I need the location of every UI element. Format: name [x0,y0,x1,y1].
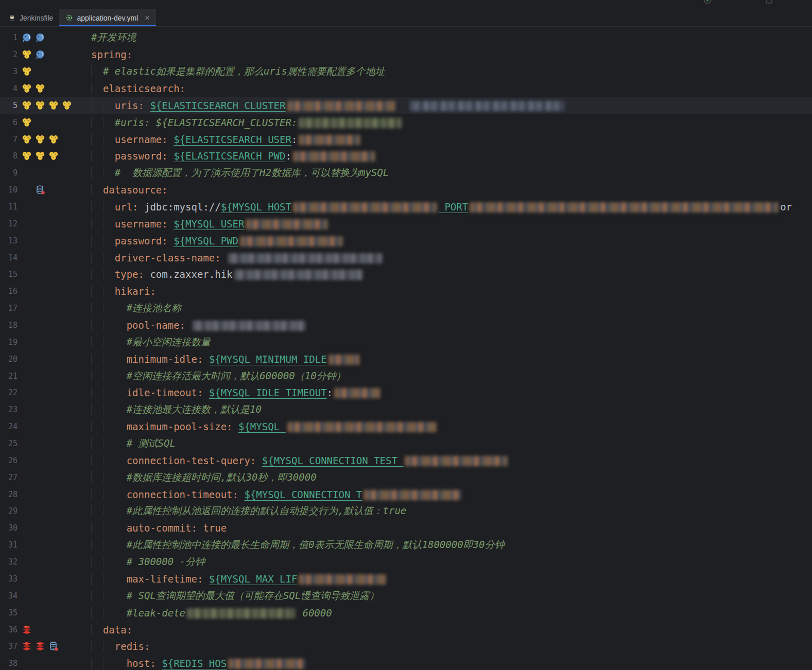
tab-application-dev-yml[interactable]: application-dev.yml× [59,9,156,26]
line-number[interactable]: 11 [0,202,19,211]
line-number[interactable]: 18 [0,321,19,330]
redis-icon[interactable] [22,641,32,651]
code-line-2[interactable]: 2spring: [0,46,812,63]
line-number[interactable]: 1 [0,33,19,42]
panel-square-icon[interactable] [765,0,773,7]
line-number[interactable]: 5 [0,101,19,110]
postgres-icon[interactable] [35,32,45,43]
code-line-26[interactable]: 26 connection-test-query: ${MYSQL_CONNEC… [0,452,812,469]
code-line-9[interactable]: 9 # 数据源配置，为了演示使用了H2数据库，可以替换为mySQL [0,165,812,182]
line-number[interactable]: 25 [0,439,19,448]
line-number[interactable]: 10 [0,185,19,195]
code-line-35[interactable]: 35 #leak-dete 60000 [0,604,812,621]
line-number[interactable]: 15 [0,270,19,279]
code-line-1[interactable]: 1#开发环境 [0,29,812,46]
service-cluster-icon[interactable] [48,151,59,161]
line-number[interactable]: 7 [0,135,19,144]
code-line-12[interactable]: 12 username: ${MYSQL_USER [0,215,812,232]
line-number[interactable]: 29 [0,506,19,516]
line-number[interactable]: 13 [0,236,19,245]
service-cluster-icon[interactable] [35,100,45,111]
line-number[interactable]: 23 [0,405,19,414]
line-number[interactable]: 16 [0,287,19,296]
line-number[interactable]: 14 [0,253,19,262]
line-number[interactable]: 12 [0,219,19,228]
service-cluster-icon[interactable] [22,151,32,161]
line-number[interactable]: 4 [0,84,19,93]
line-number[interactable]: 30 [0,523,19,533]
close-icon[interactable]: × [145,14,149,22]
line-number[interactable]: 32 [0,557,19,567]
editor[interactable]: 1#开发环境2spring:3 # elastic如果是集群的配置，那么uris… [0,27,812,670]
code-line-21[interactable]: 21 #空闲连接存活最大时间，默认600000（10分钟） [0,367,812,384]
database-icon[interactable] [35,185,45,195]
code-line-29[interactable]: 29 #此属性控制从池返回的连接的默认自动提交行为,默认值：true [0,503,812,520]
line-number[interactable]: 35 [0,608,19,618]
service-cluster-icon[interactable] [48,100,59,111]
code-line-14[interactable]: 14 driver-class-name: [0,249,812,266]
code-line-3[interactable]: 3 # elastic如果是集群的配置，那么uris属性需要配置多个地址 [0,63,812,80]
code-line-36[interactable]: 36 data: [0,621,812,638]
line-number[interactable]: 8 [0,151,19,161]
code-line-8[interactable]: 8 password: ${ELASTICSEARCH_PWD: [0,148,812,165]
database-icon[interactable] [48,641,59,651]
line-number[interactable]: 26 [0,456,19,465]
code-line-31[interactable]: 31 #此属性控制池中连接的最长生命周期，值0表示无限生命周期，默认180000… [0,537,812,554]
service-cluster-icon[interactable] [35,134,45,145]
code-line-17[interactable]: 17 #连接池名称 [0,300,812,317]
code-line-37[interactable]: 37 redis: [0,638,812,655]
line-number[interactable]: 9 [0,168,19,178]
line-number[interactable]: 6 [0,118,19,127]
service-cluster-icon[interactable] [22,83,32,94]
code-line-18[interactable]: 18 pool-name: [0,317,812,334]
line-number[interactable]: 38 [0,659,19,668]
service-cluster-icon[interactable] [22,100,32,111]
code-line-15[interactable]: 15 type: com.zaxxer.hik [0,266,812,283]
line-number[interactable]: 2 [0,50,19,59]
code-line-11[interactable]: 11 url: jdbc:mysql://${MYSQL_HOST_PORTor [0,199,812,216]
service-cluster-icon[interactable] [22,49,32,60]
code-line-27[interactable]: 27 #数据库连接超时时间,默认30秒，即30000 [0,469,812,486]
service-cluster-icon[interactable] [22,117,32,128]
line-number[interactable]: 3 [0,67,19,76]
service-cluster-icon[interactable] [62,100,72,111]
status-circle-icon[interactable] [703,0,712,7]
code-line-25[interactable]: 25 # 测试SQL [0,435,812,452]
code-line-32[interactable]: 32 # 300000 -分钟 [0,554,812,571]
code-line-23[interactable]: 23 #连接池最大连接数，默认是10 [0,401,812,418]
code-line-16[interactable]: 16 hikari: [0,283,812,300]
redis-icon[interactable] [35,641,45,651]
service-cluster-icon[interactable] [22,66,32,77]
tab-jenkinsfile[interactable]: Jenkinsfile [2,9,59,26]
service-cluster-icon[interactable] [35,151,45,161]
code-line-22[interactable]: 22 idle-timeout: ${MYSQL_IDLE_TIMEOUT: [0,384,812,401]
code-line-5[interactable]: 5 uris: ${ELASTICSEARCH_CLUSTER [0,97,812,114]
line-number[interactable]: 24 [0,422,19,431]
line-number[interactable]: 28 [0,490,19,499]
line-number[interactable]: 34 [0,591,19,601]
code-line-10[interactable]: 10 datasource: [0,182,812,199]
service-cluster-icon[interactable] [48,134,59,145]
postgres-icon[interactable] [22,32,32,43]
code-line-13[interactable]: 13 password: ${MYSQL_PWD [0,232,812,249]
service-cluster-icon[interactable] [35,83,45,94]
redis-icon[interactable] [22,625,32,635]
code-line-38[interactable]: 38 host: ${REDIS_HOS [0,655,812,670]
line-number[interactable]: 19 [0,338,19,347]
code-line-20[interactable]: 20 minimum-idle: ${MYSQL_MINIMUM_IDLE [0,350,812,367]
code-line-4[interactable]: 4 elasticsearch: [0,80,812,97]
line-number[interactable]: 21 [0,372,19,381]
code-line-24[interactable]: 24 maximum-pool-size: ${MYSQL_ [0,418,812,435]
code-line-33[interactable]: 33 max-lifetime: ${MYSQL_MAX_LIF [0,571,812,588]
line-number[interactable]: 27 [0,473,19,482]
line-number[interactable]: 36 [0,625,19,634]
line-number[interactable]: 20 [0,355,19,364]
line-number[interactable]: 33 [0,574,19,584]
line-number[interactable]: 22 [0,388,19,397]
line-number[interactable]: 31 [0,540,19,550]
code-line-6[interactable]: 6 #uris: ${ELASTICSEARCH_CLUSTER: [0,114,812,131]
code-line-34[interactable]: 34 # SQL查询期望的最大值（可能存在SQL慢查询导致泄露） [0,587,812,604]
postgres-icon[interactable] [35,49,45,60]
service-cluster-icon[interactable] [22,134,32,145]
line-number[interactable]: 37 [0,642,19,651]
